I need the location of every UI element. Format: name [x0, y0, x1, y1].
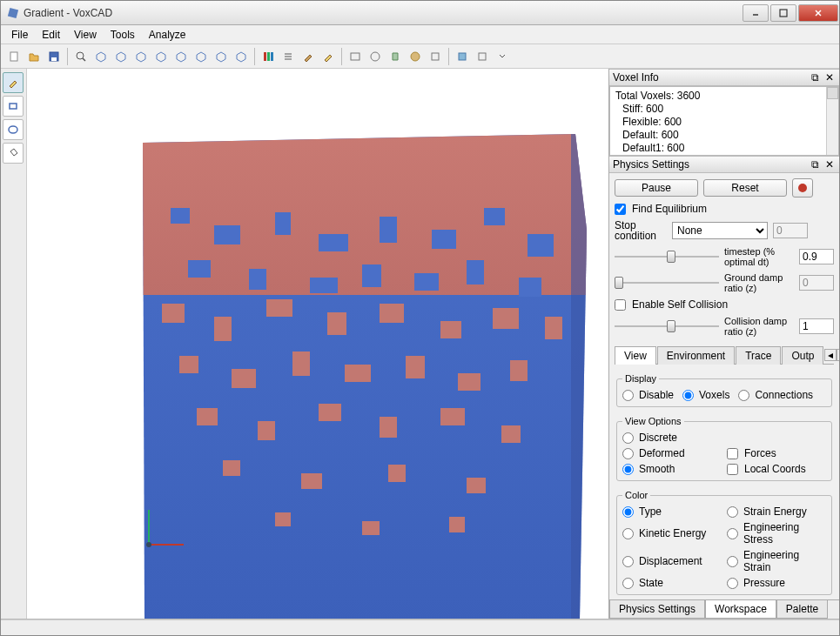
brush-icon[interactable] [299, 47, 318, 66]
collision-damp-slider[interactable] [615, 318, 719, 334]
tool-b-icon[interactable] [366, 47, 385, 66]
svg-point-72 [146, 542, 151, 547]
btm-tab-physics[interactable]: Physics Settings [609, 600, 705, 619]
find-equilibrium-checkbox[interactable]: Find Equilibrium [615, 203, 834, 215]
svg-rect-69 [571, 130, 588, 619]
tool-f-icon[interactable] [453, 47, 472, 66]
open-file-icon[interactable] [24, 47, 44, 66]
new-file-icon[interactable] [4, 47, 24, 66]
app-icon [6, 6, 20, 20]
btm-tab-palette[interactable]: Palette [776, 600, 828, 619]
menu-analyze[interactable]: Analyze [142, 27, 193, 43]
dropdown-arrow-icon[interactable] [493, 47, 512, 66]
cube3-icon[interactable] [131, 47, 151, 66]
menu-tools[interactable]: Tools [104, 27, 142, 43]
svg-rect-2 [780, 10, 787, 17]
panel-close-icon[interactable]: ✕ [823, 158, 836, 171]
ground-damp-field[interactable] [799, 275, 834, 291]
cube4-icon[interactable] [151, 47, 171, 66]
voxel-info-line: Flexible: 600 [615, 116, 700, 129]
ground-damp-slider[interactable] [615, 275, 719, 291]
close-button[interactable] [798, 4, 838, 22]
timestep-label: timestep (% optimal dt) [724, 246, 794, 267]
tab-output[interactable]: Outp [782, 346, 823, 365]
3d-viewport[interactable] [27, 69, 608, 619]
menu-file[interactable]: File [4, 27, 35, 43]
color-eng-strain-radio[interactable]: Engineering Strain [727, 549, 826, 573]
tab-view[interactable]: View [615, 346, 656, 365]
color-type-radio[interactable]: Type [622, 505, 722, 518]
self-collision-checkbox[interactable]: Enable Self Collision [615, 298, 834, 311]
cube-icon[interactable] [91, 47, 111, 66]
svg-rect-61 [501, 425, 521, 443]
undock-icon[interactable]: ⧉ [809, 158, 821, 171]
svg-rect-41 [162, 304, 185, 323]
collision-damp-field[interactable] [799, 318, 834, 334]
svg-rect-34 [188, 260, 211, 278]
tool-a-icon[interactable] [346, 47, 365, 66]
menu-view[interactable]: View [67, 27, 104, 43]
local-coords-checkbox[interactable]: Local Coords [727, 463, 826, 475]
stop-condition-field[interactable] [773, 223, 808, 238]
svg-rect-27 [214, 225, 240, 244]
tab-scroll-right-icon[interactable]: ▸ [837, 349, 839, 361]
cube8-icon[interactable] [232, 47, 251, 66]
tab-environment[interactable]: Environment [657, 346, 735, 365]
display-voxels-radio[interactable]: Voxels [682, 389, 729, 401]
reset-button[interactable]: Reset [703, 179, 787, 197]
minimize-button[interactable] [743, 4, 769, 22]
pause-button[interactable]: Pause [615, 179, 698, 197]
palette-icon[interactable] [259, 47, 278, 66]
tool-d-icon[interactable] [406, 47, 425, 66]
color-state-radio[interactable]: State [622, 577, 722, 589]
info-scrollbar[interactable] [826, 87, 838, 155]
save-icon[interactable] [44, 47, 64, 66]
menu-edit[interactable]: Edit [35, 27, 67, 43]
bucket-tool-icon[interactable] [3, 143, 24, 164]
pencil-tool-icon[interactable] [3, 72, 24, 93]
physics-title: Physics Settings [613, 158, 689, 171]
panel-close-icon[interactable]: ✕ [823, 71, 836, 84]
color-displacement-radio[interactable]: Displacement [622, 549, 722, 573]
pencil-icon[interactable] [319, 47, 338, 66]
statusbar [1, 619, 839, 635]
tool-e-icon[interactable] [426, 47, 445, 66]
forces-checkbox[interactable]: Forces [727, 447, 826, 459]
svg-rect-37 [362, 264, 381, 287]
tool-g-icon[interactable] [473, 47, 492, 66]
rect-tool-icon[interactable] [3, 96, 24, 117]
list-icon[interactable] [279, 47, 298, 66]
cube5-icon[interactable] [171, 47, 191, 66]
voxel-info-body: Total Voxels: 3600 Stiff: 600 Flexible: … [609, 86, 839, 156]
color-pressure-radio[interactable]: Pressure [727, 577, 826, 589]
ellipse-tool-icon[interactable] [3, 119, 24, 140]
view-discrete-radio[interactable]: Discrete [622, 432, 722, 444]
zoom-icon[interactable] [71, 47, 91, 66]
maximize-button[interactable] [770, 4, 796, 22]
btm-tab-workspace[interactable]: Workspace [705, 600, 776, 619]
cube2-icon[interactable] [111, 47, 131, 66]
timestep-field[interactable] [799, 249, 834, 264]
color-strain-energy-radio[interactable]: Strain Energy [727, 505, 826, 518]
color-kinetic-radio[interactable]: Kinetic Energy [622, 521, 722, 546]
record-button[interactable] [792, 178, 813, 197]
cube6-icon[interactable] [192, 47, 211, 66]
svg-rect-21 [479, 53, 486, 60]
tool-c-icon[interactable] [386, 47, 405, 66]
display-connections-radio[interactable]: Connections [738, 389, 813, 401]
physics-tabs: View Environment Trace Outp ◂▸ [615, 345, 834, 365]
view-smooth-radio[interactable]: Smooth [622, 463, 722, 475]
svg-rect-16 [351, 53, 360, 60]
tab-scroll-left-icon[interactable]: ◂ [824, 349, 837, 361]
undock-icon[interactable]: ⧉ [809, 71, 821, 84]
stop-condition-select[interactable]: None [672, 222, 768, 239]
display-disable-radio[interactable]: Disable [622, 389, 674, 401]
color-eng-stress-radio[interactable]: Engineering Stress [727, 521, 826, 546]
cube7-icon[interactable] [212, 47, 231, 66]
view-deformed-radio[interactable]: Deformed [622, 447, 722, 459]
svg-rect-45 [380, 304, 404, 323]
svg-rect-5 [10, 52, 17, 61]
voxel-info-line: Default: 600 [615, 129, 700, 142]
timestep-slider[interactable] [615, 249, 719, 264]
tab-trace[interactable]: Trace [736, 346, 781, 365]
